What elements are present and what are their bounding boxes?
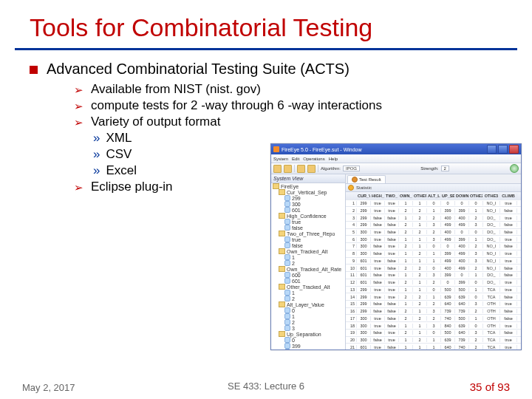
tree-node[interactable]: 2 — [271, 319, 345, 325]
cell: 1 — [413, 330, 427, 335]
table-row[interactable]: 20300falsetrue1216397392TCAtrue — [346, 337, 521, 344]
tree-node[interactable]: 1 — [271, 313, 345, 319]
tree-node[interactable]: 399 — [271, 343, 345, 349]
item-icon — [284, 236, 290, 242]
toolbar-divider — [294, 165, 295, 172]
tree-node[interactable]: 1 — [271, 254, 345, 260]
help-icon[interactable] — [510, 164, 519, 173]
table-row[interactable]: 13299truetrue1105005001TCAtrue — [346, 287, 521, 294]
table-row[interactable]: 7300falsetrue21004002NO_Ifalse — [346, 243, 521, 250]
tree-label: 399 — [292, 344, 301, 349]
bullet-level2: ➢ compute tests for 2 -way through 6 -wa… — [74, 98, 532, 113]
tree-node[interactable]: true — [271, 219, 345, 225]
tree-node[interactable]: 300 — [271, 201, 345, 207]
tree-node[interactable]: true — [271, 236, 345, 242]
folder-icon — [279, 248, 285, 254]
tree-node[interactable]: 2 — [271, 296, 345, 301]
tree-node[interactable]: 299 — [271, 195, 345, 201]
cell: 740 — [441, 316, 455, 321]
maximize-button[interactable] — [498, 145, 508, 154]
table-row[interactable]: 8300falsetrue1213994993NO_Itrue — [346, 250, 521, 258]
table-row[interactable]: 9601truefalse1114994003NO_Itrue — [346, 258, 521, 265]
table-row[interactable]: 4299falsefalse2134994993DO_false — [346, 222, 521, 229]
close-button[interactable] — [509, 145, 519, 154]
cell: 1 — [399, 301, 413, 306]
grid-header: CUR_VHIGH_TWO_OWN_OTHERALT_LUP_SEDOWNOTH… — [346, 192, 521, 200]
tree-node[interactable]: Own_Tracked_Alt_Rate — [271, 266, 345, 272]
tree-node[interactable]: Alt_Layer_Value — [271, 301, 345, 307]
cell: 601 — [357, 266, 371, 270]
col-header: OTHE2 — [469, 194, 483, 198]
cell: 1 — [413, 287, 427, 292]
table-row[interactable]: 18300truefalse1138406390OTHtrue — [346, 322, 521, 330]
algo-value[interactable]: IPOG — [343, 166, 360, 171]
tree-node[interactable]: false — [271, 242, 345, 248]
tree-node[interactable]: 1 — [271, 290, 345, 296]
tree-node[interactable]: High_Confidence — [271, 213, 345, 219]
tree-node[interactable]: Other_Tracked_Alt — [271, 284, 345, 290]
tree-node[interactable]: 601 — [271, 278, 345, 284]
folder-icon — [279, 284, 285, 290]
cell: false — [385, 259, 399, 263]
toolbar-icon[interactable] — [307, 165, 316, 173]
toolbar-icon[interactable] — [297, 165, 305, 173]
cell: false — [371, 330, 385, 335]
table-row[interactable]: 1299truetrue110000NO_Itrue — [346, 200, 521, 208]
tree-node[interactable]: 3 — [271, 325, 345, 331]
menu-edit[interactable]: Edit — [292, 157, 299, 161]
table-row[interactable]: 6300truefalse1134993991DO_true — [346, 236, 521, 243]
table-row[interactable]: 16299falsefalse2137397392OTHfalse — [346, 308, 521, 316]
table-row[interactable]: 10601truefalse2204004992NO_Ifalse — [346, 265, 521, 272]
title-rule — [15, 48, 517, 50]
cell: true — [371, 324, 385, 328]
cell: 740 — [455, 345, 469, 349]
cell: 2 — [413, 273, 427, 277]
strength-label: Strength: — [420, 166, 438, 171]
tab-test-result[interactable]: Test Result — [347, 175, 386, 183]
tree-node[interactable]: FireEye — [271, 183, 345, 189]
cell: OTH — [483, 324, 500, 328]
tree-node[interactable]: 0 — [271, 337, 345, 343]
tree-node[interactable]: Two_of_Three_Repo — [271, 231, 345, 236]
cell: 1 — [413, 345, 427, 349]
toolbar-icon[interactable] — [284, 165, 292, 173]
table-row[interactable]: 11601falsetrue12339901DO_false — [346, 272, 521, 279]
table-row[interactable]: 3299falsefalse1224004002DO_true — [346, 214, 521, 222]
tree-node[interactable]: 400 — [271, 349, 345, 350]
cell: 300 — [357, 324, 371, 328]
cell: 639 — [441, 295, 455, 299]
tree-node[interactable]: 601 — [271, 207, 345, 213]
tree-node[interactable]: false — [271, 225, 345, 231]
toolbar-icon[interactable] — [273, 165, 282, 173]
table-row[interactable]: 14299truetrue2216396390TCAfalse — [346, 293, 521, 301]
cell: 13 — [346, 287, 357, 292]
table-row[interactable]: 15299falsefalse1226406403OTHtrue — [346, 301, 521, 308]
cell: 1 — [427, 295, 441, 299]
tree-node[interactable]: 2 — [271, 260, 345, 266]
cell: 299 — [357, 216, 371, 220]
cell: 499 — [455, 251, 469, 256]
table-row[interactable]: 2299truetrue2213993991NO_Ifalse — [346, 207, 521, 214]
table-row[interactable]: 12601falsetrue21203990DO_true — [346, 279, 521, 287]
tree-node[interactable]: Up_Separation — [271, 331, 345, 337]
menu-operations[interactable]: Operations — [303, 157, 324, 161]
tree-node[interactable]: Cur_Vertical_Sep — [271, 189, 345, 195]
menu-help[interactable]: Help — [329, 157, 338, 161]
tree-node[interactable]: 600 — [271, 272, 345, 278]
minimize-button[interactable] — [487, 145, 497, 154]
cell: 2 — [413, 251, 427, 256]
cell: 400 — [441, 266, 455, 270]
item-icon — [284, 207, 290, 213]
table-row[interactable]: 19300falsetrue2105006403TCAfalse — [346, 330, 521, 337]
menu-system[interactable]: System — [273, 157, 288, 161]
tree-node[interactable]: 0 — [271, 307, 345, 313]
table-row[interactable]: 21601truefalse1116407402TCAtrue — [346, 344, 521, 350]
cell: false — [500, 244, 517, 248]
table-row[interactable]: 17300truefalse2227405001OTHfalse — [346, 315, 521, 322]
cell: 639 — [441, 338, 455, 342]
strength-value[interactable]: 2 — [441, 166, 449, 171]
tree-node[interactable]: Own_Tracked_Alt — [271, 248, 345, 254]
cell: 2 — [413, 338, 427, 342]
table-row[interactable]: 5300truefalse22240000DO_false — [346, 229, 521, 236]
cell: 499 — [455, 222, 469, 227]
